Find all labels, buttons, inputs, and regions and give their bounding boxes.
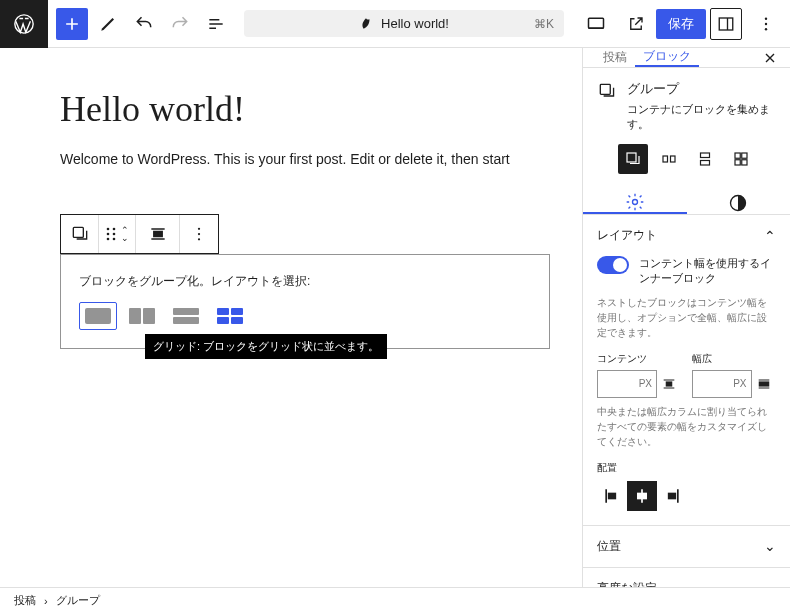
block-card-title: グループ (627, 80, 776, 98)
settings-tab[interactable] (583, 192, 687, 214)
post-body-paragraph[interactable]: Welcome to WordPress. This is your first… (60, 148, 540, 170)
justify-left-button[interactable] (597, 481, 627, 511)
redo-button[interactable] (164, 8, 196, 40)
justify-center-button[interactable] (627, 481, 657, 511)
content-width-label: コンテンツ (597, 352, 682, 366)
advanced-panel-title: 高度な設定 (597, 580, 657, 587)
svg-rect-26 (600, 84, 610, 94)
add-block-button[interactable] (56, 8, 88, 40)
svg-rect-24 (217, 317, 229, 324)
editor-main: Hello world! Welcome to WordPress. This … (0, 48, 790, 587)
svg-rect-29 (670, 156, 675, 162)
variation-stack-button[interactable] (690, 144, 720, 174)
group-variation-group[interactable] (79, 302, 117, 330)
block-breadcrumb: 投稿 › グループ (0, 587, 790, 613)
svg-point-10 (113, 233, 116, 236)
move-down-button[interactable]: ⌄ (121, 234, 129, 242)
tab-block[interactable]: ブロック (635, 48, 699, 67)
svg-rect-31 (700, 161, 709, 166)
inner-blocks-content-width-toggle[interactable] (597, 256, 629, 274)
layout-help-text-1: ネストしたブロックはコンテンツ幅を使用し、オプションで全幅、幅広に設定できます。 (597, 295, 776, 340)
svg-rect-23 (231, 308, 243, 315)
close-sidebar-button[interactable] (762, 50, 778, 66)
wide-width-icon[interactable] (756, 376, 772, 392)
variation-grid-button[interactable] (726, 144, 756, 174)
content-width-input[interactable] (597, 370, 657, 398)
svg-rect-27 (627, 153, 636, 162)
chevron-down-icon: ⌄ (764, 580, 776, 587)
tab-post[interactable]: 投稿 (595, 48, 635, 67)
svg-point-4 (765, 22, 767, 24)
content-width-icon[interactable] (661, 376, 677, 392)
svg-rect-2 (719, 18, 733, 30)
block-more-options-button[interactable] (180, 215, 218, 253)
svg-rect-33 (741, 153, 746, 158)
block-card: グループ コンテナにブロックを集めます。 (583, 68, 790, 192)
variation-row-button[interactable] (654, 144, 684, 174)
group-variation-stack[interactable] (167, 302, 205, 330)
svg-rect-21 (173, 317, 199, 324)
svg-rect-40 (609, 493, 616, 498)
editor-canvas[interactable]: Hello world! Welcome to WordPress. This … (0, 48, 582, 587)
svg-rect-28 (663, 156, 668, 162)
svg-rect-6 (73, 227, 83, 237)
leaf-icon (359, 17, 373, 31)
block-type-button[interactable] (61, 215, 99, 253)
svg-rect-25 (231, 317, 243, 324)
svg-rect-17 (85, 308, 111, 324)
undo-button[interactable] (128, 8, 160, 40)
svg-rect-35 (741, 160, 746, 165)
group-icon (597, 80, 617, 102)
block-toolbar: ⌃ ⌄ (60, 214, 219, 254)
block-card-description: コンテナにブロックを集めます。 (627, 102, 776, 132)
svg-rect-41 (638, 493, 646, 498)
svg-point-15 (198, 233, 200, 235)
save-button[interactable]: 保存 (656, 9, 706, 39)
group-layout-options (79, 302, 531, 330)
document-title-area: Hello world! ⌘K (232, 10, 576, 37)
toggle-label: コンテント幅を使用するインナーブロック (639, 256, 776, 287)
block-variation-row (597, 144, 776, 174)
position-panel-title: 位置 (597, 538, 621, 555)
document-title-button[interactable]: Hello world! ⌘K (244, 10, 564, 37)
svg-point-7 (107, 228, 110, 231)
align-button[interactable] (136, 215, 180, 253)
settings-sidebar: 投稿 ブロック グループ コンテナにブロックを集めます。 (582, 48, 790, 587)
layout-panel-header[interactable]: レイアウト ⌃ (583, 215, 790, 256)
document-title-text: Hello world! (381, 16, 449, 31)
justify-right-button[interactable] (657, 481, 687, 511)
group-variation-row[interactable] (123, 302, 161, 330)
document-overview-button[interactable] (200, 8, 232, 40)
svg-rect-39 (759, 382, 768, 386)
tools-button[interactable] (92, 8, 124, 40)
drag-icon (105, 226, 117, 242)
svg-rect-19 (143, 308, 155, 324)
more-options-button[interactable] (750, 8, 782, 40)
breadcrumb-group[interactable]: グループ (56, 593, 100, 608)
sidebar-toggle-button[interactable] (710, 8, 742, 40)
position-panel-header[interactable]: 位置 ⌄ (583, 526, 790, 567)
grid-tooltip: グリッド: ブロックをグリッド状に並べます。 (145, 334, 387, 359)
layout-help-text-2: 中央または幅広カラムに割り当てられたすべての要素の幅をカスタマイズしてください。 (597, 404, 776, 449)
styles-tab[interactable] (687, 192, 791, 214)
wordpress-logo[interactable] (0, 0, 48, 48)
group-variation-grid[interactable] (211, 302, 249, 330)
svg-rect-1 (589, 18, 604, 28)
post-title[interactable]: Hello world! (60, 88, 540, 130)
svg-rect-38 (666, 382, 671, 386)
breadcrumb-separator: › (44, 595, 48, 607)
wide-width-input[interactable] (692, 370, 752, 398)
block-drag-handle[interactable]: ⌃ ⌄ (99, 215, 136, 253)
svg-point-11 (107, 238, 110, 241)
svg-point-9 (107, 233, 110, 236)
preview-external-button[interactable] (620, 8, 652, 40)
svg-point-8 (113, 228, 116, 231)
svg-point-14 (198, 228, 200, 230)
view-button[interactable] (580, 8, 612, 40)
svg-point-5 (765, 28, 767, 30)
breadcrumb-post[interactable]: 投稿 (14, 593, 36, 608)
svg-rect-22 (217, 308, 229, 315)
advanced-panel-header[interactable]: 高度な設定 ⌄ (583, 568, 790, 587)
variation-group-button[interactable] (618, 144, 648, 174)
svg-point-36 (632, 200, 637, 205)
